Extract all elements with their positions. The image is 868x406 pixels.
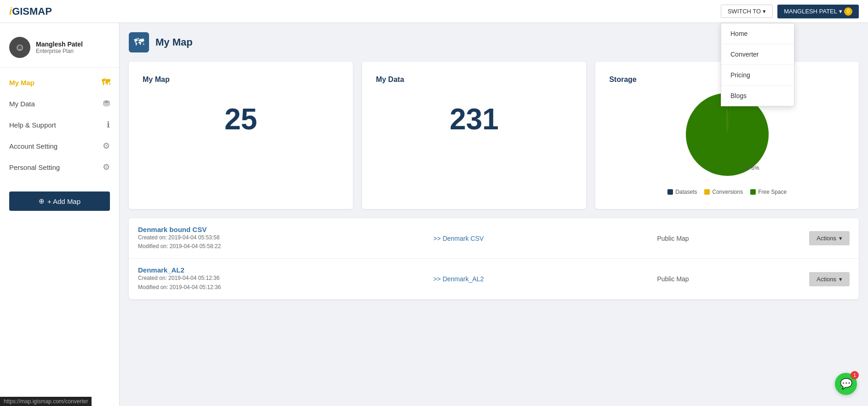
- chevron-down-icon: ▾: [763, 8, 766, 15]
- switch-to-button[interactable]: SWITCH TO ▾: [721, 5, 773, 18]
- map-item-info-1: Denmark_AL2 Created on: 2019-04-04 05:12…: [138, 266, 424, 291]
- sidebar-item-my-map[interactable]: My Map 🗺: [0, 72, 119, 93]
- legend-datasets: Datasets: [667, 189, 697, 195]
- switch-to-dropdown: Home Converter Pricing Blogs: [721, 23, 794, 106]
- status-url: https://map.igismap.com/converter: [4, 398, 88, 405]
- map-list: Denmark bound CSV Created on: 2019-04-04…: [129, 218, 859, 299]
- chat-icon: 💬: [840, 378, 852, 390]
- my-data-count: 231: [376, 93, 572, 145]
- map-icon: 🗺: [102, 78, 110, 87]
- map-item-link-0[interactable]: >> Denmark CSV: [433, 235, 648, 242]
- menu-item-home[interactable]: Home: [721, 23, 794, 44]
- chat-badge: 1: [851, 371, 859, 379]
- my-map-count: 25: [143, 93, 339, 145]
- add-map-label: + Add Map: [47, 197, 80, 205]
- map-item-created-1: Created on: 2019-04-04 05:12:36 Modified…: [138, 274, 424, 291]
- map-item-created-0: Created on: 2019-04-04 05:53:58 Modified…: [138, 233, 424, 251]
- logo-gismap: GISMAP: [12, 6, 52, 17]
- legend-label-datasets: Datasets: [675, 189, 697, 195]
- sidebar-item-label-help-support: Help & Support: [9, 121, 56, 129]
- sidebar-item-help-support[interactable]: Help & Support ℹ: [0, 114, 119, 135]
- my-map-card: My Map 25: [129, 62, 353, 209]
- database-icon: ⛃: [103, 99, 110, 109]
- chevron-down-icon-user: ▾: [839, 8, 842, 15]
- legend-free-space: Free Space: [750, 189, 787, 195]
- sidebar-item-personal-setting[interactable]: Personal Setting ⚙: [0, 157, 119, 178]
- menu-item-blogs[interactable]: Blogs: [721, 86, 794, 106]
- sidebar-item-label-personal-setting: Personal Setting: [9, 163, 60, 171]
- actions-button-1[interactable]: Actions ▾: [809, 272, 850, 286]
- top-nav: i GISMAP SWITCH TO ▾ MANGLESH PATEL ▾ 0 …: [0, 0, 868, 23]
- user-plan: Enterprise Plan: [36, 48, 83, 54]
- my-data-card: My Data 231: [362, 62, 586, 209]
- legend-label-conversions: Conversions: [712, 189, 743, 195]
- plus-icon: ⊕: [39, 197, 45, 205]
- my-data-card-title: My Data: [376, 75, 572, 84]
- gear-icon-personal: ⚙: [103, 162, 110, 172]
- legend-label-free-space: Free Space: [758, 189, 787, 195]
- user-details: Manglesh Patel Enterprise Plan: [36, 41, 83, 54]
- sidebar-item-my-data[interactable]: My Data ⛃: [0, 93, 119, 114]
- status-bar: https://map.igismap.com/converter: [0, 397, 92, 406]
- legend-dot-free-space: [750, 189, 756, 195]
- pie-percentage: 97.6%: [744, 165, 759, 171]
- menu-item-pricing[interactable]: Pricing: [721, 65, 794, 86]
- map-item-link-1[interactable]: >> Denmark_AL2: [433, 275, 648, 283]
- chevron-down-icon-actions-0: ▾: [839, 235, 842, 242]
- map-item-status-0: Public Map: [657, 235, 800, 242]
- chevron-down-icon-actions-1: ▾: [839, 276, 842, 283]
- map-item-status-1: Public Map: [657, 275, 800, 283]
- nav-right: SWITCH TO ▾ MANGLESH PATEL ▾ 0: [721, 5, 859, 18]
- user-name: Manglesh Patel: [36, 41, 83, 48]
- chat-bubble[interactable]: 💬 1: [835, 373, 857, 395]
- sidebar-item-label-account-setting: Account Setting: [9, 142, 57, 150]
- my-map-card-title: My Map: [143, 75, 339, 84]
- legend-dot-datasets: [667, 189, 673, 195]
- legend-dot-conversions: [704, 189, 710, 195]
- logo: i GISMAP: [9, 6, 52, 17]
- legend-conversions: Conversions: [704, 189, 743, 195]
- actions-button-0[interactable]: Actions ▾: [809, 231, 850, 245]
- user-menu-button[interactable]: MANGLESH PATEL ▾ 0: [777, 5, 859, 18]
- sidebar-item-label-my-data: My Data: [9, 100, 35, 108]
- notification-badge: 0: [844, 7, 852, 16]
- table-row: Denmark bound CSV Created on: 2019-04-04…: [129, 218, 859, 259]
- map-item-info-0: Denmark bound CSV Created on: 2019-04-04…: [138, 226, 424, 251]
- page-title: My Map: [155, 36, 193, 48]
- sidebar-item-account-setting[interactable]: Account Setting ⚙: [0, 135, 119, 157]
- avatar: ☺: [9, 37, 30, 58]
- user-info: ☺ Manglesh Patel Enterprise Plan: [0, 32, 119, 68]
- menu-item-converter[interactable]: Converter: [721, 44, 794, 65]
- page-icon: 🗺: [129, 32, 149, 52]
- sidebar-item-label-my-map: My Map: [9, 79, 34, 87]
- map-item-name-1[interactable]: Denmark_AL2: [138, 266, 424, 274]
- table-row: Denmark_AL2 Created on: 2019-04-04 05:12…: [129, 259, 859, 299]
- add-map-button[interactable]: ⊕ + Add Map: [9, 191, 110, 211]
- gear-icon-account: ⚙: [103, 141, 110, 151]
- info-icon: ℹ: [107, 120, 110, 130]
- nav-items: My Map 🗺 My Data ⛃ Help & Support ℹ Acco…: [0, 68, 119, 182]
- sidebar: ☺ Manglesh Patel Enterprise Plan My Map …: [0, 23, 120, 406]
- pie-legend: Datasets Conversions Free Space: [667, 189, 787, 195]
- map-item-name-0[interactable]: Denmark bound CSV: [138, 226, 424, 233]
